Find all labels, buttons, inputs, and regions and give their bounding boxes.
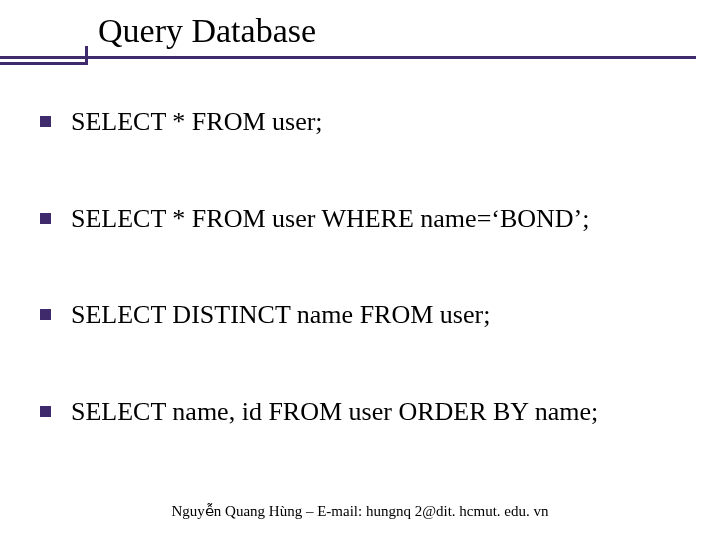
item-text: SELECT DISTINCT name FROM user; (71, 299, 490, 332)
slide-header: Query Database (0, 0, 720, 66)
item-text: SELECT name, id FROM user ORDER BY name; (71, 396, 598, 429)
square-bullet-icon (40, 213, 51, 224)
item-text: SELECT * FROM user WHERE name=‘BOND’; (71, 203, 590, 236)
slide-title: Query Database (98, 12, 720, 50)
list-item: SELECT name, id FROM user ORDER BY name; (40, 396, 680, 429)
square-bullet-icon (40, 116, 51, 127)
list-item: SELECT * FROM user WHERE name=‘BOND’; (40, 203, 680, 236)
slide-footer: Nguyễn Quang Hùng – E-mail: hungnq 2@dit… (0, 502, 720, 520)
slide-content: SELECT * FROM user; SELECT * FROM user W… (0, 66, 720, 428)
rule-tick (85, 46, 88, 64)
title-rule (0, 56, 720, 66)
rule-short (0, 62, 88, 65)
square-bullet-icon (40, 309, 51, 320)
list-item: SELECT * FROM user; (40, 106, 680, 139)
list-item: SELECT DISTINCT name FROM user; (40, 299, 680, 332)
rule-long (0, 56, 696, 59)
square-bullet-icon (40, 406, 51, 417)
item-text: SELECT * FROM user; (71, 106, 323, 139)
